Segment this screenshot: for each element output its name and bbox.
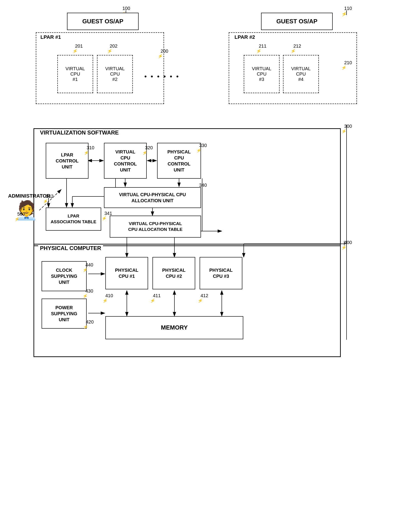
lightning-201: ⚡ <box>72 48 78 54</box>
ref-412: 412 <box>200 293 208 298</box>
lightning-211: ⚡ <box>256 48 262 54</box>
administrator-label: ADMINISTRATOR <box>8 193 50 199</box>
lightning-110: ⚡ <box>341 11 348 17</box>
lightning-420: ⚡ <box>83 324 89 330</box>
lightning-500: ⚡ <box>14 216 20 222</box>
memory-label: MEMORY <box>161 324 188 332</box>
lpar2-label: LPAR #2 <box>233 34 256 40</box>
vcpu1-box: VIRTUALCPU#1 <box>57 55 93 93</box>
ref-500: 500 <box>17 212 25 217</box>
guest-os-2: GUEST OS/AP <box>261 13 333 30</box>
vcpu2-label: VIRTUALCPU#2 <box>105 66 125 82</box>
guest-os-2-label: GUEST OS/AP <box>276 18 317 26</box>
vcpu4-label: VIRTUALCPU#4 <box>291 66 311 82</box>
phys-cpu-1: PHYSICALCPU #1 <box>105 257 148 289</box>
memory-box: MEMORY <box>105 316 243 339</box>
guest-os-1-label: GUEST OS/AP <box>82 18 123 26</box>
lpar-control-unit: LPARCONTROLUNIT <box>46 143 89 179</box>
lightning-341: ⚡ <box>101 215 107 221</box>
lightning-440: ⚡ <box>82 267 88 273</box>
phys-cpu-control-label: PHYSICALCPUCONTROLUNIT <box>167 149 191 173</box>
lpar1-label: LPAR #1 <box>39 34 62 40</box>
ref-440: 440 <box>85 262 93 268</box>
ref-210: 210 <box>344 60 352 66</box>
lightning-400: ⚡ <box>341 245 347 250</box>
phys-cpu-1-label: PHYSICALCPU #1 <box>115 267 138 279</box>
vcpu-phys-alloc-label: VIRTUAL CPU-PHYSICAL CPUALLOCATION UNIT <box>119 192 186 204</box>
power-unit-label: POWERSUPPLYINGUNIT <box>51 304 77 323</box>
vcpu-phys-alloc-unit: VIRTUAL CPU-PHYSICAL CPUALLOCATION UNIT <box>104 187 201 208</box>
ref-320: 320 <box>145 145 153 150</box>
ref-202: 202 <box>110 43 117 49</box>
lightning-210: ⚡ <box>341 65 347 70</box>
lightning-202: ⚡ <box>107 48 113 54</box>
vcpu1-label: VIRTUALCPU#1 <box>65 66 85 82</box>
clock-unit-label: CLOCKSUPPLYINGUNIT <box>51 267 77 285</box>
lightning-320: ⚡ <box>142 150 148 156</box>
ref-100: 100 <box>122 6 130 11</box>
vcpu-phys-alloc-table: VIRTUAL CPU-PHYSICALCPU ALLOCATION TABLE <box>110 216 201 238</box>
lightning-411: ⚡ <box>150 298 156 304</box>
lpar-assoc-label: LPARASSOCIATION TABLE <box>51 213 96 225</box>
ref-410: 410 <box>105 293 113 298</box>
ref-420: 420 <box>86 319 93 325</box>
ref-330: 330 <box>199 143 207 148</box>
phys-cpu-3: PHYSICALCPU #3 <box>200 257 242 289</box>
lightning-200: ⚡ <box>157 53 163 59</box>
lightning-310: ⚡ <box>83 150 89 156</box>
vcpu3-box: VIRTUALCPU#3 <box>244 55 279 93</box>
lightning-412: ⚡ <box>197 298 203 304</box>
ref-400: 400 <box>344 240 352 245</box>
phys-cpu-2: PHYSICALCPU #2 <box>153 257 195 289</box>
ref-310: 310 <box>87 145 94 150</box>
lpar-control-label: LPARCONTROLUNIT <box>56 152 79 170</box>
vcpu-control-unit: VIRTUALCPUCONTROLUNIT <box>104 143 147 179</box>
lightning-342: ⚡ <box>42 198 48 204</box>
vcpu-control-label: VIRTUALCPUCONTROLUNIT <box>114 149 137 173</box>
ref-211: 211 <box>259 43 266 49</box>
guest-os-1: GUEST OS/AP <box>67 13 139 30</box>
virt-software-label: VIRTUALIZATION SOFTWARE <box>38 129 121 136</box>
vcpu-phys-alloc-table-label: VIRTUAL CPU-PHYSICALCPU ALLOCATION TABLE <box>128 221 183 232</box>
vcpu4-box: VIRTUALCPU#4 <box>283 55 319 93</box>
ref-430: 430 <box>85 288 93 294</box>
vcpu2-box: VIRTUALCPU#2 <box>97 55 133 93</box>
phys-computer-label: PHYSICAL COMPUTER <box>38 245 103 251</box>
ref-411: 411 <box>153 293 160 298</box>
ref-341: 341 <box>105 211 112 216</box>
phys-cpu-3-label: PHYSICALCPU #3 <box>209 267 233 279</box>
ref-200: 200 <box>160 49 168 54</box>
power-supplying-unit: POWERSUPPLYINGUNIT <box>42 299 87 329</box>
lightning-212: ⚡ <box>290 48 296 54</box>
lpar-assoc-table: LPARASSOCIATION TABLE <box>46 208 101 231</box>
lightning-300: ⚡ <box>341 128 347 134</box>
dots-separator: • • • • • • <box>144 73 180 80</box>
clock-supplying-unit: CLOCKSUPPLYINGUNIT <box>42 261 87 291</box>
ref-201: 201 <box>75 43 83 49</box>
lightning-330: ⚡ <box>196 147 202 153</box>
lightning-430: ⚡ <box>82 293 88 299</box>
ref-212: 212 <box>293 43 301 49</box>
ref-110: 110 <box>344 6 352 11</box>
phys-cpu-control-unit: PHYSICALCPUCONTROLUNIT <box>157 143 201 179</box>
phys-cpu-2-label: PHYSICALCPU #2 <box>162 267 185 279</box>
vcpu3-label: VIRTUALCPU#3 <box>252 66 271 82</box>
lightning-410: ⚡ <box>102 298 108 304</box>
ref-300: 300 <box>344 124 352 129</box>
